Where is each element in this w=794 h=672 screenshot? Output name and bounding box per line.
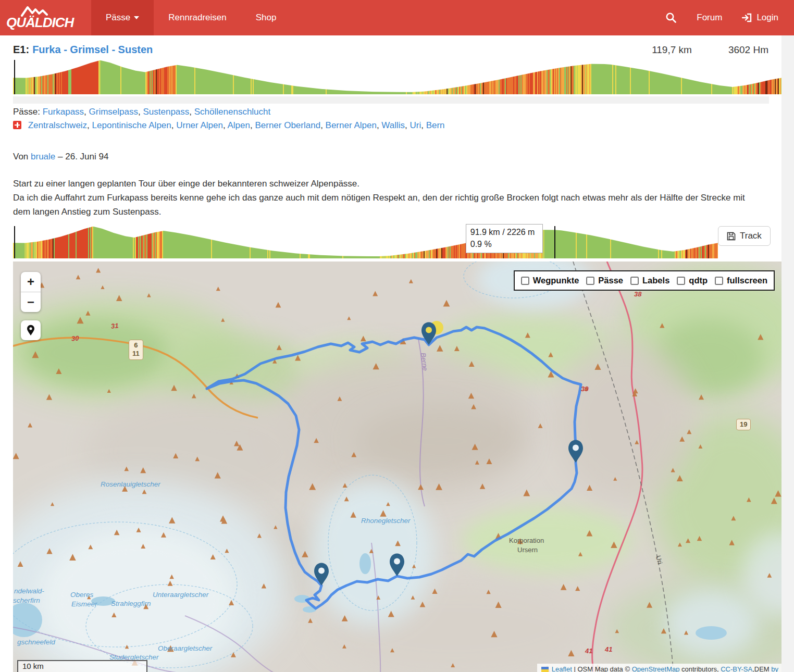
attribution-link[interactable]: CC-BY-SA <box>721 665 752 672</box>
map-zoom-control: + − <box>21 272 41 312</box>
route-elevation-gain: 3602 Hm <box>728 44 768 56</box>
route-description: Start zu einer langen geplanten Tour übe… <box>0 162 776 219</box>
regions-line: Zentralschweiz, Lepontinische Alpen, Urn… <box>0 117 781 131</box>
attribution-text: | OSM Map data © <box>572 665 632 672</box>
region-link-8[interactable]: Uri <box>410 120 421 130</box>
attribution-text: contributors, <box>679 665 721 672</box>
ukraine-flag-icon <box>541 667 549 672</box>
navbar: QUÄLDICH PässeRennradreisenShop Forum Lo… <box>0 0 794 35</box>
map-attribution: Leaflet | OSM Map data © OpenStreetMap c… <box>537 664 781 672</box>
route-marker-wassen[interactable] <box>568 440 583 463</box>
road-shield: 19 <box>736 419 751 430</box>
leaflet-map[interactable]: Glatt FirnRhonegletscherRosenlauigletsch… <box>13 262 781 672</box>
nav-item-shop[interactable]: Shop <box>241 0 291 35</box>
region-link-2[interactable]: Lepontinische Alpen <box>92 120 171 130</box>
region-link-1[interactable]: Zentralschweiz <box>28 120 87 130</box>
logo-text: QUÄLDICH <box>6 15 73 31</box>
page-content: E1: Furka - Grimsel - Susten 119,7 km 36… <box>0 35 781 672</box>
peak-symbols-layer <box>13 268 781 671</box>
region-link-9[interactable]: Bern <box>426 120 445 130</box>
layer-toggle-labels[interactable]: Labels <box>630 276 669 285</box>
checkbox-fullscreen[interactable] <box>715 277 723 285</box>
nav-item-forum[interactable]: Forum <box>697 13 722 23</box>
login-icon <box>742 13 752 22</box>
region-link-4[interactable]: Alpen <box>228 120 250 130</box>
swiss-flag-icon <box>13 121 21 129</box>
route-marker-grimselpass[interactable] <box>314 563 329 586</box>
caret-down-icon <box>134 16 139 19</box>
passes-line: Pässe: Furkapass, Grimselpass, Sustenpas… <box>0 104 781 117</box>
author-link[interactable]: bruale <box>31 152 55 161</box>
map-overlay <box>13 262 781 672</box>
map-scalebar: 10 km <box>17 660 147 672</box>
nav-item-rennradreisen[interactable]: Rennradreisen <box>154 0 241 35</box>
nav-item-login[interactable]: Login <box>742 13 778 23</box>
route-distance: 119,7 km <box>652 44 692 56</box>
map-layers-bar: WegpunktePässeLabelsqdtpfullscreen <box>514 270 775 291</box>
profile-scroll-strip <box>13 96 769 104</box>
region-link-6[interactable]: Berner Alpen <box>326 120 377 130</box>
region-link-5[interactable]: Berner Oberland <box>255 120 320 130</box>
checkbox-psse[interactable] <box>586 277 594 285</box>
marker-pin-icon <box>26 325 35 336</box>
zoom-out-button[interactable]: − <box>21 292 41 312</box>
attribution-link[interactable]: Leaflet <box>552 665 572 672</box>
layer-toggle-psse[interactable]: Pässe <box>586 276 623 285</box>
floppy-disk-icon <box>727 232 736 241</box>
road-shield: 611 <box>129 340 143 360</box>
pass-link-4[interactable]: Schöllenenschlucht <box>194 107 270 117</box>
region-link-3[interactable]: Urner Alpen <box>176 120 223 130</box>
profile-tooltip: 91.9 km / 2226 m 0.9 % <box>466 224 543 253</box>
pass-link-1[interactable]: Furkapass <box>43 107 84 117</box>
checkbox-labels[interactable] <box>630 277 639 285</box>
route-marker-furkapass[interactable] <box>390 554 404 577</box>
attribution-link[interactable]: OpenStreetMap <box>632 665 680 672</box>
track-download-button[interactable]: Track <box>718 226 771 246</box>
search-button[interactable] <box>665 12 677 23</box>
elevation-profile-top[interactable] <box>13 60 781 94</box>
title-row: E1: Furka - Grimsel - Susten 119,7 km 36… <box>0 35 781 58</box>
layer-toggle-fullscreen[interactable]: fullscreen <box>715 276 767 285</box>
byline: Von bruale – 26. Juni 94 <box>0 131 781 162</box>
route-code: E1: <box>13 44 29 56</box>
region-link-7[interactable]: Wallis <box>381 120 405 130</box>
description-line: Start zu einer langen geplanten Tour übe… <box>13 177 763 191</box>
elevation-profile-detail[interactable] <box>13 226 718 258</box>
passes-label: Pässe: <box>13 107 40 117</box>
search-icon <box>665 12 677 23</box>
nav-item-psse[interactable]: Pässe <box>91 0 154 35</box>
zoom-in-button[interactable]: + <box>21 272 41 292</box>
pass-link-3[interactable]: Sustenpass <box>143 107 189 117</box>
pass-link-2[interactable]: Grimselpass <box>89 107 138 117</box>
layer-toggle-qdtp[interactable]: qdtp <box>677 276 708 285</box>
attribution-text: ,DEM <box>752 665 771 672</box>
nav-menu: PässeRennradreisenShop <box>91 0 291 35</box>
attribution-link[interactable]: by <box>771 665 778 672</box>
logo[interactable]: QUÄLDICH <box>0 0 91 35</box>
locate-marker-button[interactable] <box>21 320 41 340</box>
description-line: Da ich die Auffahrt zum Furkapass bereit… <box>13 191 763 219</box>
checkbox-wegpunkte[interactable] <box>521 277 529 285</box>
checkbox-qdtp[interactable] <box>677 277 685 285</box>
layer-toggle-wegpunkte[interactable]: Wegpunkte <box>521 276 579 285</box>
route-title-link[interactable]: Furka - Grimsel - Susten <box>32 44 153 56</box>
